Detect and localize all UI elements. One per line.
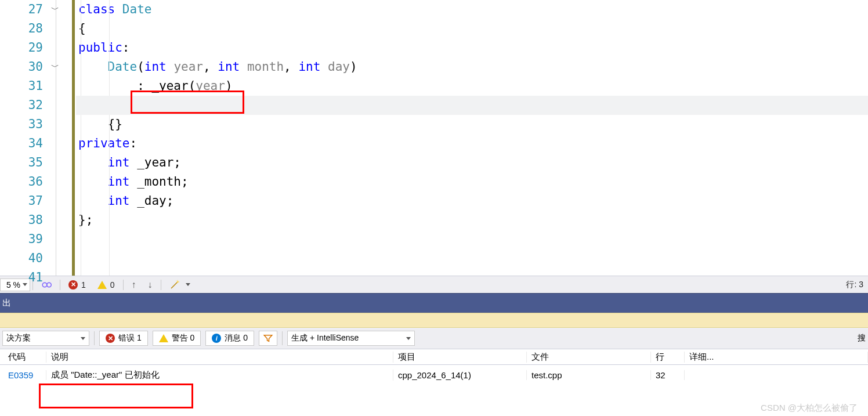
col-project[interactable]: 项目: [393, 352, 527, 363]
code-pane[interactable]: class Date{public: Date(int year, int mo…: [76, 0, 868, 276]
error-search-box[interactable]: 搜: [858, 333, 866, 343]
code-line[interactable]: int _year;: [76, 153, 868, 172]
code-line[interactable]: {: [76, 19, 868, 38]
error-file: test.cpp: [527, 370, 651, 380]
code-line[interactable]: private:: [76, 134, 868, 153]
info-icon: i: [212, 334, 221, 343]
svg-point-1: [47, 283, 52, 287]
code-line[interactable]: int _day;: [76, 191, 868, 211]
change-marker-bar: [72, 0, 76, 276]
col-code[interactable]: 代码: [3, 352, 46, 363]
messages-filter-button[interactable]: i 消息 0: [205, 331, 254, 346]
error-table-header[interactable]: 代码 说明 项目 文件 行 详细...: [0, 349, 868, 365]
current-line-highlight: [76, 96, 868, 115]
fold-collapse-icon[interactable]: ﹀: [51, 62, 59, 73]
error-desc: 成员 "Date::_year" 已初始化: [46, 370, 393, 381]
errors-filter-button[interactable]: ✕ 错误 1: [99, 331, 148, 346]
error-row[interactable]: E0359成员 "Date::_year" 已初始化cpp_2024_6_14(…: [0, 365, 868, 385]
filter-button[interactable]: [259, 331, 277, 346]
panel-separator: [0, 313, 868, 328]
error-list-toolbar: 决方案 ✕ 错误 1 警告 0 i 消息 0 生成 + IntelliSense…: [0, 328, 868, 349]
fold-margin[interactable]: ﹀ ﹀: [51, 0, 72, 276]
code-line[interactable]: : _year(year): [76, 77, 868, 96]
fold-guide: [56, 0, 56, 276]
code-editor[interactable]: 272829303132333435363738394041 ﹀ ﹀ class…: [0, 0, 868, 276]
error-code: E0359: [3, 370, 46, 380]
code-line[interactable]: int _month;: [76, 172, 868, 191]
col-file[interactable]: 文件: [527, 352, 651, 363]
panel-title-bar[interactable]: 出: [0, 293, 868, 313]
chevron-down-icon: [81, 337, 85, 340]
code-line[interactable]: class Date: [76, 0, 868, 19]
error-project: cpp_2024_6_14(1): [393, 370, 527, 380]
watermark-text: CSDN @大柏怎么被偷了: [761, 403, 858, 414]
warning-icon: [159, 334, 168, 342]
code-line[interactable]: public:: [76, 38, 868, 57]
build-intellisense-dropdown[interactable]: 生成 + IntelliSense: [287, 331, 415, 346]
code-line[interactable]: [76, 249, 868, 268]
error-list-table[interactable]: 代码 说明 项目 文件 行 详细... E0359成员 "Date::_year…: [0, 349, 868, 385]
code-line[interactable]: {}: [76, 115, 868, 134]
code-line[interactable]: [76, 230, 868, 249]
code-line[interactable]: Date(int year, int month, int day): [76, 57, 868, 77]
error-line: 32: [651, 370, 685, 380]
line-number-gutter: 272829303132333435363738394041: [0, 0, 51, 276]
code-line[interactable]: };: [76, 211, 868, 230]
warnings-filter-button[interactable]: 警告 0: [153, 331, 201, 346]
scope-dropdown[interactable]: 决方案: [2, 331, 89, 346]
svg-point-0: [42, 283, 47, 287]
col-desc[interactable]: 说明: [46, 352, 393, 363]
chevron-down-icon: [406, 337, 411, 340]
col-detail[interactable]: 详细...: [685, 352, 868, 363]
panel-title: 出: [0, 298, 11, 309]
col-line[interactable]: 行: [651, 352, 685, 363]
annotation-box: [39, 384, 193, 408]
error-icon: ✕: [106, 334, 115, 343]
code-line[interactable]: [76, 268, 868, 287]
warning-icon: [97, 281, 107, 289]
fold-collapse-icon[interactable]: ﹀: [51, 5, 59, 15]
